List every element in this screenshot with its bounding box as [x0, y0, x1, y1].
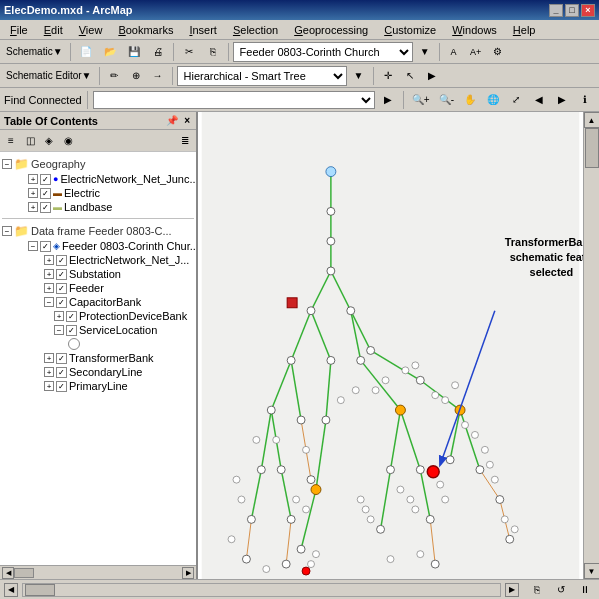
toc-item-electric[interactable]: + ▬ Electric [0, 186, 196, 200]
schematic-menu-btn[interactable]: Schematic ▼ [3, 42, 66, 62]
hscroll-right-btn[interactable]: ▶ [505, 583, 519, 597]
forward-btn[interactable]: ▶ [552, 90, 572, 110]
identify-btn[interactable]: ℹ [575, 90, 595, 110]
expand-icon-junc[interactable]: + [28, 174, 38, 184]
hscroll-left-btn[interactable]: ◀ [4, 583, 18, 597]
expand-icon-protection[interactable]: + [54, 311, 64, 321]
toc-item-secondaryline[interactable]: + SecondaryLine [0, 365, 196, 379]
toc-dataframe-header[interactable]: − 📁 Data frame Feeder 0803-C... [0, 223, 196, 239]
find-connected-dropdown[interactable] [93, 91, 375, 109]
hier-dropdown-arrow[interactable]: ▼ [349, 66, 369, 86]
globe-btn[interactable]: 🌐 [483, 90, 503, 110]
expand-icon-feeder[interactable]: + [44, 283, 54, 293]
toc-item-feeder[interactable]: + Feeder [0, 281, 196, 295]
status-btn-1[interactable]: ⎘ [527, 580, 547, 600]
checkbox-en-netjunc[interactable] [56, 255, 67, 266]
edit-tool-3[interactable]: → [148, 66, 168, 86]
layout-btn-1[interactable]: A [444, 42, 464, 62]
menu-file[interactable]: File [4, 22, 34, 38]
menu-customize[interactable]: Customize [378, 22, 442, 38]
nav-tool-1[interactable]: ✛ [378, 66, 398, 86]
feeder-dropdown-arrow[interactable]: ▼ [415, 42, 435, 62]
pan-btn[interactable]: ✋ [460, 90, 480, 110]
close-button[interactable]: × [581, 4, 595, 17]
dataframe-expand-icon[interactable]: − [2, 226, 12, 236]
copy-button[interactable]: ⎘ [202, 42, 224, 62]
expand-icon-transformer[interactable]: + [44, 353, 54, 363]
geography-expand-icon[interactable]: − [2, 159, 12, 169]
find-go-btn[interactable]: ▶ [378, 90, 398, 110]
toc-pin-btn[interactable]: 📌 [164, 115, 180, 126]
menu-windows[interactable]: Windows [446, 22, 503, 38]
checkbox-protection[interactable] [66, 311, 77, 322]
expand-icon-substation[interactable]: + [44, 269, 54, 279]
open-button[interactable]: 📂 [99, 42, 121, 62]
checkbox-feeder[interactable] [56, 283, 67, 294]
toc-close-btn[interactable]: × [182, 115, 192, 126]
cut-button[interactable]: ✂ [178, 42, 200, 62]
checkbox-feeder0803[interactable] [40, 241, 51, 252]
menu-help[interactable]: Help [507, 22, 542, 38]
menu-edit[interactable]: Edit [38, 22, 69, 38]
expand-icon-electric[interactable]: + [28, 188, 38, 198]
new-button[interactable]: 📄 [75, 42, 97, 62]
menu-selection[interactable]: Selection [227, 22, 284, 38]
nav-tool-3[interactable]: ▶ [422, 66, 442, 86]
minimize-button[interactable]: _ [549, 4, 563, 17]
checkbox-landbase[interactable] [40, 202, 51, 213]
maximize-button[interactable]: □ [565, 4, 579, 17]
map-vscrollbar[interactable]: ▲ ▼ [583, 112, 599, 579]
toc-scroll-right-btn[interactable]: ▶ [182, 567, 194, 579]
expand-icon-feeder0803[interactable]: − [28, 241, 38, 251]
menu-bookmarks[interactable]: Bookmarks [112, 22, 179, 38]
print-button[interactable]: 🖨 [147, 42, 169, 62]
toc-options-btn[interactable]: ≣ [176, 132, 194, 150]
checkbox-primary[interactable] [56, 381, 67, 392]
toc-item-landbase[interactable]: + ▬ Landbase [0, 200, 196, 214]
status-btn-2[interactable]: ↺ [551, 580, 571, 600]
toc-item-capacitorbank[interactable]: − CapacitorBank [0, 295, 196, 309]
back-btn[interactable]: ◀ [529, 90, 549, 110]
layout-btn-3[interactable]: ⚙ [488, 42, 508, 62]
layout-btn-2[interactable]: A+ [466, 42, 486, 62]
map-panel[interactable]: TransformerBank schematic feature select… [198, 112, 583, 579]
toc-layer-view-btn[interactable]: ◫ [21, 132, 39, 150]
toc-item-protectiondevicebank[interactable]: + ProtectionDeviceBank [0, 309, 196, 323]
menu-insert[interactable]: Insert [183, 22, 223, 38]
toc-item-substation[interactable]: + Substation [0, 267, 196, 281]
expand-icon-landbase[interactable]: + [28, 202, 38, 212]
map-hscrollbar[interactable] [22, 583, 501, 597]
zoom-out-btn[interactable]: 🔍- [436, 90, 457, 110]
vscroll-up-btn[interactable]: ▲ [584, 112, 600, 128]
toc-scroll-left-btn[interactable]: ◀ [2, 567, 14, 579]
toc-item-servicelocation[interactable]: − ServiceLocation [0, 323, 196, 337]
expand-icon-primary[interactable]: + [44, 381, 54, 391]
menu-view[interactable]: View [73, 22, 109, 38]
edit-tool-2[interactable]: ⊕ [126, 66, 146, 86]
checkbox-transformer[interactable] [56, 353, 67, 364]
toc-item-feeder0803[interactable]: − ◈ Feeder 0803-Corinth Chur... [0, 239, 196, 253]
schematic-editor-menu-btn[interactable]: Schematic Editor ▼ [3, 66, 95, 86]
toc-item-transformerbank[interactable]: + TransformerBank [0, 351, 196, 365]
toc-item-en-netjunc[interactable]: + ElectricNetwork_Net_J... [0, 253, 196, 267]
toc-hscrollbar[interactable]: ◀ ▶ [0, 565, 196, 579]
checkbox-substation[interactable] [56, 269, 67, 280]
save-button[interactable]: 💾 [123, 42, 145, 62]
status-btn-3[interactable]: ⏸ [575, 580, 595, 600]
extent-btn[interactable]: ⤢ [506, 90, 526, 110]
checkbox-junc[interactable] [40, 174, 51, 185]
hierarchical-dropdown[interactable]: Hierarchical - Smart Tree [177, 66, 347, 86]
zoom-in-btn[interactable]: 🔍+ [409, 90, 433, 110]
toc-source-view-btn[interactable]: ◈ [40, 132, 58, 150]
feeder-dropdown[interactable]: Feeder 0803-Corinth Church [233, 42, 413, 62]
expand-icon-capacitorbank[interactable]: − [44, 297, 54, 307]
toc-hscroll-thumb[interactable] [14, 568, 34, 578]
checkbox-electric[interactable] [40, 188, 51, 199]
vscroll-thumb[interactable] [585, 128, 599, 168]
toc-item-primaryline[interactable]: + PrimaryLine [0, 379, 196, 393]
expand-icon-en-netjunc[interactable]: + [44, 255, 54, 265]
edit-tool-1[interactable]: ✏ [104, 66, 124, 86]
expand-icon-secondary[interactable]: + [44, 367, 54, 377]
expand-icon-service[interactable]: − [54, 325, 64, 335]
toc-list-view-btn[interactable]: ≡ [2, 132, 20, 150]
